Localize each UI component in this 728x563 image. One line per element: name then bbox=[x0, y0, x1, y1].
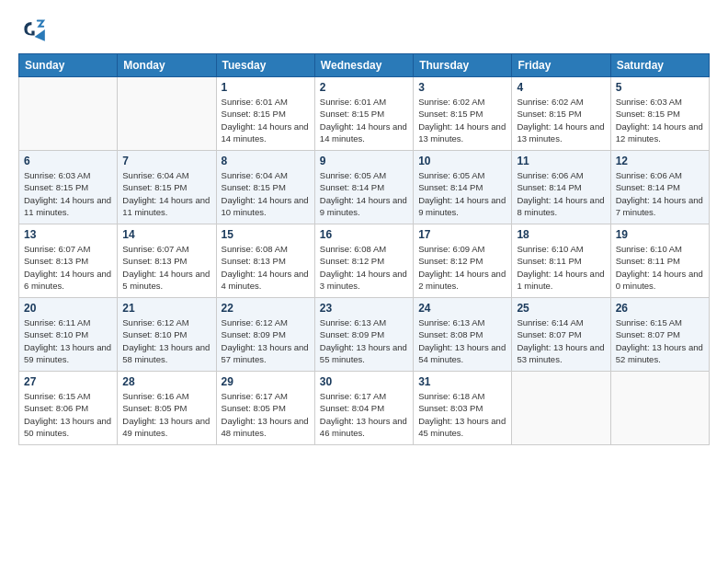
day-number: 8 bbox=[222, 155, 310, 167]
calendar-cell: 9Sunrise: 6:05 AM Sunset: 8:14 PM Daylig… bbox=[314, 151, 413, 224]
calendar-week-5: 27Sunrise: 6:15 AM Sunset: 8:06 PM Dayli… bbox=[19, 372, 710, 445]
calendar-header-tuesday: Tuesday bbox=[216, 54, 314, 77]
day-number: 25 bbox=[517, 302, 605, 315]
calendar-week-4: 20Sunrise: 6:11 AM Sunset: 8:10 PM Dayli… bbox=[19, 298, 710, 372]
calendar-week-3: 13Sunrise: 6:07 AM Sunset: 8:13 PM Dayli… bbox=[19, 224, 710, 298]
day-info: Sunrise: 6:13 AM Sunset: 8:09 PM Dayligh… bbox=[320, 316, 408, 365]
calendar-cell: 18Sunrise: 6:10 AM Sunset: 8:11 PM Dayli… bbox=[512, 224, 610, 298]
calendar-cell: 3Sunrise: 6:02 AM Sunset: 8:15 PM Daylig… bbox=[414, 77, 512, 151]
day-info: Sunrise: 6:02 AM Sunset: 8:15 PM Dayligh… bbox=[517, 96, 605, 144]
day-info: Sunrise: 6:15 AM Sunset: 8:07 PM Dayligh… bbox=[616, 316, 704, 365]
calendar-header-wednesday: Wednesday bbox=[314, 54, 413, 77]
day-info: Sunrise: 6:10 AM Sunset: 8:11 PM Dayligh… bbox=[616, 243, 704, 292]
day-number: 21 bbox=[122, 302, 210, 315]
day-number: 31 bbox=[418, 375, 506, 388]
day-number: 11 bbox=[517, 155, 605, 167]
day-info: Sunrise: 6:17 AM Sunset: 8:05 PM Dayligh… bbox=[222, 390, 310, 439]
calendar-cell: 22Sunrise: 6:12 AM Sunset: 8:09 PM Dayli… bbox=[216, 298, 314, 372]
day-info: Sunrise: 6:17 AM Sunset: 8:04 PM Dayligh… bbox=[320, 390, 408, 439]
calendar-cell: 4Sunrise: 6:02 AM Sunset: 8:15 PM Daylig… bbox=[512, 77, 610, 151]
day-number: 29 bbox=[222, 375, 310, 388]
calendar-cell: 8Sunrise: 6:04 AM Sunset: 8:15 PM Daylig… bbox=[216, 151, 314, 224]
calendar-cell: 23Sunrise: 6:13 AM Sunset: 8:09 PM Dayli… bbox=[314, 298, 413, 372]
day-info: Sunrise: 6:15 AM Sunset: 8:06 PM Dayligh… bbox=[24, 390, 112, 439]
calendar-cell: 1Sunrise: 6:01 AM Sunset: 8:15 PM Daylig… bbox=[216, 77, 314, 151]
calendar-cell: 14Sunrise: 6:07 AM Sunset: 8:13 PM Dayli… bbox=[118, 224, 216, 298]
day-info: Sunrise: 6:01 AM Sunset: 8:15 PM Dayligh… bbox=[320, 96, 408, 144]
header bbox=[18, 15, 710, 44]
calendar-cell: 25Sunrise: 6:14 AM Sunset: 8:07 PM Dayli… bbox=[512, 298, 610, 372]
calendar-week-1: 1Sunrise: 6:01 AM Sunset: 8:15 PM Daylig… bbox=[19, 77, 710, 151]
day-info: Sunrise: 6:04 AM Sunset: 8:15 PM Dayligh… bbox=[222, 169, 310, 218]
day-number: 4 bbox=[517, 81, 605, 94]
calendar-cell: 17Sunrise: 6:09 AM Sunset: 8:12 PM Dayli… bbox=[414, 224, 512, 298]
calendar-cell: 6Sunrise: 6:03 AM Sunset: 8:15 PM Daylig… bbox=[19, 151, 118, 224]
calendar-cell bbox=[512, 372, 610, 445]
calendar-cell: 11Sunrise: 6:06 AM Sunset: 8:14 PM Dayli… bbox=[512, 151, 610, 224]
day-number: 22 bbox=[222, 302, 310, 315]
calendar-cell: 16Sunrise: 6:08 AM Sunset: 8:12 PM Dayli… bbox=[314, 224, 413, 298]
calendar-cell: 27Sunrise: 6:15 AM Sunset: 8:06 PM Dayli… bbox=[19, 372, 118, 445]
calendar-cell: 15Sunrise: 6:08 AM Sunset: 8:13 PM Dayli… bbox=[216, 224, 314, 298]
day-number: 24 bbox=[418, 302, 506, 315]
calendar-cell: 12Sunrise: 6:06 AM Sunset: 8:14 PM Dayli… bbox=[610, 151, 709, 224]
calendar-header-monday: Monday bbox=[118, 54, 216, 77]
calendar-header-sunday: Sunday bbox=[19, 54, 118, 77]
calendar-cell: 2Sunrise: 6:01 AM Sunset: 8:15 PM Daylig… bbox=[314, 77, 413, 151]
day-info: Sunrise: 6:12 AM Sunset: 8:10 PM Dayligh… bbox=[122, 316, 210, 365]
page: SundayMondayTuesdayWednesdayThursdayFrid… bbox=[0, 0, 728, 563]
day-number: 26 bbox=[616, 302, 704, 315]
day-number: 6 bbox=[24, 155, 112, 167]
calendar-header-thursday: Thursday bbox=[414, 54, 512, 77]
day-info: Sunrise: 6:02 AM Sunset: 8:15 PM Dayligh… bbox=[418, 96, 506, 144]
day-number: 27 bbox=[24, 375, 112, 388]
calendar-cell: 28Sunrise: 6:16 AM Sunset: 8:05 PM Dayli… bbox=[118, 372, 216, 445]
calendar-header-row: SundayMondayTuesdayWednesdayThursdayFrid… bbox=[19, 54, 710, 77]
day-number: 12 bbox=[616, 155, 704, 167]
day-info: Sunrise: 6:01 AM Sunset: 8:15 PM Dayligh… bbox=[222, 96, 310, 144]
day-info: Sunrise: 6:09 AM Sunset: 8:12 PM Dayligh… bbox=[418, 243, 506, 292]
calendar-table: SundayMondayTuesdayWednesdayThursdayFrid… bbox=[18, 53, 710, 445]
day-number: 5 bbox=[616, 81, 704, 94]
day-info: Sunrise: 6:07 AM Sunset: 8:13 PM Dayligh… bbox=[24, 243, 112, 292]
calendar-cell bbox=[118, 77, 216, 151]
day-info: Sunrise: 6:18 AM Sunset: 8:03 PM Dayligh… bbox=[418, 390, 506, 439]
day-number: 3 bbox=[418, 81, 506, 94]
calendar-cell bbox=[19, 77, 118, 151]
day-number: 14 bbox=[122, 228, 210, 241]
day-info: Sunrise: 6:06 AM Sunset: 8:14 PM Dayligh… bbox=[517, 169, 605, 218]
day-number: 13 bbox=[24, 228, 112, 241]
day-number: 28 bbox=[122, 375, 210, 388]
logo bbox=[18, 15, 51, 44]
day-number: 10 bbox=[418, 155, 506, 167]
day-info: Sunrise: 6:12 AM Sunset: 8:09 PM Dayligh… bbox=[222, 316, 310, 365]
day-info: Sunrise: 6:07 AM Sunset: 8:13 PM Dayligh… bbox=[122, 243, 210, 292]
day-info: Sunrise: 6:08 AM Sunset: 8:12 PM Dayligh… bbox=[320, 243, 408, 292]
day-number: 18 bbox=[517, 228, 605, 241]
day-info: Sunrise: 6:14 AM Sunset: 8:07 PM Dayligh… bbox=[517, 316, 605, 365]
day-info: Sunrise: 6:10 AM Sunset: 8:11 PM Dayligh… bbox=[517, 243, 605, 292]
day-number: 7 bbox=[122, 155, 210, 167]
calendar-cell: 20Sunrise: 6:11 AM Sunset: 8:10 PM Dayli… bbox=[19, 298, 118, 372]
day-info: Sunrise: 6:06 AM Sunset: 8:14 PM Dayligh… bbox=[616, 169, 704, 218]
day-number: 9 bbox=[320, 155, 408, 167]
calendar-week-2: 6Sunrise: 6:03 AM Sunset: 8:15 PM Daylig… bbox=[19, 151, 710, 224]
calendar-cell bbox=[610, 372, 709, 445]
calendar-cell: 5Sunrise: 6:03 AM Sunset: 8:15 PM Daylig… bbox=[610, 77, 709, 151]
day-info: Sunrise: 6:11 AM Sunset: 8:10 PM Dayligh… bbox=[24, 316, 112, 365]
day-number: 20 bbox=[24, 302, 112, 315]
day-number: 15 bbox=[222, 228, 310, 241]
day-info: Sunrise: 6:16 AM Sunset: 8:05 PM Dayligh… bbox=[122, 390, 210, 439]
day-number: 1 bbox=[222, 81, 310, 94]
calendar-header-friday: Friday bbox=[512, 54, 610, 77]
day-info: Sunrise: 6:05 AM Sunset: 8:14 PM Dayligh… bbox=[320, 169, 408, 218]
calendar-header-saturday: Saturday bbox=[610, 54, 709, 77]
day-info: Sunrise: 6:03 AM Sunset: 8:15 PM Dayligh… bbox=[616, 96, 704, 144]
calendar-cell: 29Sunrise: 6:17 AM Sunset: 8:05 PM Dayli… bbox=[216, 372, 314, 445]
day-info: Sunrise: 6:08 AM Sunset: 8:13 PM Dayligh… bbox=[222, 243, 310, 292]
calendar-cell: 26Sunrise: 6:15 AM Sunset: 8:07 PM Dayli… bbox=[610, 298, 709, 372]
logo-icon bbox=[18, 15, 48, 44]
day-info: Sunrise: 6:03 AM Sunset: 8:15 PM Dayligh… bbox=[24, 169, 112, 218]
day-info: Sunrise: 6:13 AM Sunset: 8:08 PM Dayligh… bbox=[418, 316, 506, 365]
calendar-cell: 7Sunrise: 6:04 AM Sunset: 8:15 PM Daylig… bbox=[118, 151, 216, 224]
